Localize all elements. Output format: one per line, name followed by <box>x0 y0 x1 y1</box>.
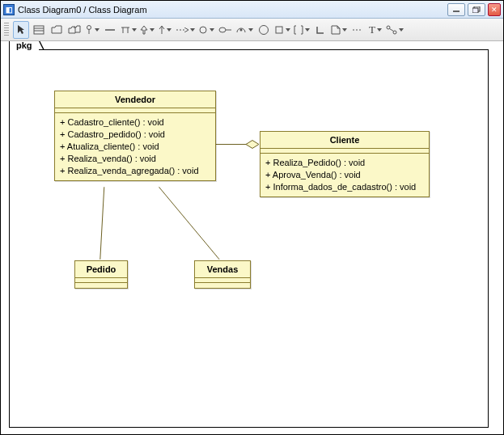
text-tool-button[interactable]: T <box>367 21 383 39</box>
svg-point-22 <box>393 31 396 34</box>
svg-point-21 <box>387 26 390 29</box>
svg-line-27 <box>100 187 104 260</box>
operation: + Informa_dados_de_cadastro() : void <box>265 181 424 193</box>
class-vendas[interactable]: Vendas <box>194 260 251 289</box>
class-operations: + Cadastro_cliente() : void + Cadastro_p… <box>55 113 215 180</box>
square-tool-button[interactable] <box>273 21 291 39</box>
app-icon: ◧ <box>3 4 15 15</box>
select-tool-button[interactable] <box>13 21 29 39</box>
svg-line-23 <box>390 28 394 31</box>
operation: + Realiza_venda_agregada() : void <box>60 165 210 177</box>
dash-tool-button[interactable] <box>349 21 366 39</box>
class-cliente[interactable]: Cliente + Realiza_Pedido() : void + Apro… <box>260 131 430 197</box>
folder-tool-button[interactable] <box>49 21 65 39</box>
svg-point-17 <box>240 28 243 31</box>
svg-point-6 <box>87 25 91 29</box>
operation: + Aprova_Venda() : void <box>265 169 424 181</box>
big-circle-tool-button[interactable] <box>256 21 272 39</box>
package-tab: pkg <box>9 41 40 50</box>
half-circle-tool-button[interactable] <box>235 21 254 39</box>
list-tool-button[interactable] <box>31 21 47 39</box>
oval-line-tool-button[interactable] <box>217 21 233 39</box>
class-name: Cliente <box>260 132 429 149</box>
class-name: Vendedor <box>55 91 215 108</box>
maximize-button[interactable] <box>468 3 485 16</box>
corner-tool-button[interactable] <box>312 21 328 39</box>
operation: + Realiza_venda() : void <box>60 153 210 165</box>
toolbar: T <box>1 19 503 41</box>
window-controls: ✕ <box>447 3 501 16</box>
class-pedido[interactable]: Pedido <box>74 260 128 289</box>
svg-point-14 <box>200 27 206 33</box>
package-label: pkg <box>16 41 32 50</box>
svg-rect-3 <box>34 26 44 34</box>
package-frame: pkg Vendedor + Cadastro_cliente() : void… <box>9 49 489 428</box>
up-small-tool-button[interactable] <box>157 21 173 39</box>
class-operations: + Realiza_Pedido() : void + Aprova_Venda… <box>260 154 429 196</box>
dotted-arrow-tool-button[interactable] <box>175 21 196 39</box>
line-tool-button[interactable] <box>102 21 118 39</box>
note-tool-button[interactable] <box>330 21 348 39</box>
folders-tool-button[interactable] <box>66 21 83 39</box>
svg-point-18 <box>260 25 269 34</box>
operation: + Cadastro_pedido() : void <box>60 129 210 141</box>
operation: + Realiza_Pedido() : void <box>265 157 424 169</box>
pin-tool-button[interactable] <box>84 21 100 39</box>
class-name: Vendas <box>195 261 250 278</box>
minimize-button[interactable] <box>447 3 465 16</box>
circle-tool-button[interactable] <box>197 21 215 39</box>
class-operations <box>195 283 250 288</box>
class-vendedor[interactable]: Vendedor + Cadastro_cliente() : void + C… <box>54 91 216 181</box>
connector-tool-button[interactable] <box>385 21 404 39</box>
arrow-up-tool-button[interactable] <box>139 21 155 39</box>
window-title: Class Diagram0 / Class Diagram <box>18 5 447 15</box>
close-button[interactable]: ✕ <box>488 3 501 16</box>
operation: + Cadastro_cliente() : void <box>60 116 210 129</box>
window-titlebar: ◧ Class Diagram0 / Class Diagram ✕ <box>1 1 503 19</box>
shelf-tool-button[interactable] <box>120 21 138 39</box>
diagram-canvas[interactable]: pkg Vendedor + Cadastro_cliente() : void… <box>1 41 503 434</box>
toolbar-grip <box>4 23 9 37</box>
svg-rect-2 <box>472 8 478 13</box>
svg-line-28 <box>159 187 219 260</box>
svg-marker-25 <box>246 141 259 149</box>
class-operations <box>75 283 127 288</box>
bracket-tool-button[interactable] <box>293 21 311 39</box>
operation: + Atualiza_cliente() : void <box>60 141 210 153</box>
svg-point-15 <box>219 27 226 32</box>
svg-rect-19 <box>276 27 282 33</box>
class-name: Pedido <box>75 261 127 278</box>
